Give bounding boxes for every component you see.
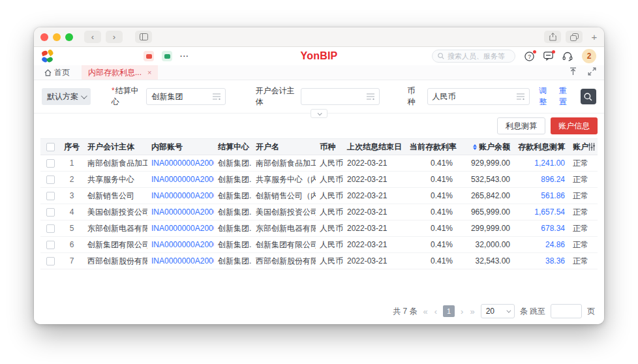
- col-last-date: 上次结息结束日: [343, 139, 406, 155]
- cell-balance: 32,000.00: [457, 237, 514, 253]
- page-size-select[interactable]: 20: [481, 304, 515, 318]
- cell-center: 创新集团...: [214, 172, 252, 188]
- cell-account-link[interactable]: INA0000000A20000...: [147, 253, 214, 269]
- global-search[interactable]: [432, 50, 515, 63]
- tab-internal-deposit-interest[interactable]: 内部存款利息... ×: [82, 65, 158, 80]
- tab-overview-button[interactable]: [566, 31, 583, 43]
- cell-account-link[interactable]: INA0000000A20000...: [147, 188, 214, 204]
- support-button[interactable]: [562, 52, 573, 61]
- reference-picker-icon[interactable]: [517, 93, 524, 100]
- messages-button[interactable]: [543, 52, 553, 61]
- row-checkbox[interactable]: [46, 192, 55, 200]
- row-checkbox[interactable]: [46, 241, 55, 249]
- account-info-button[interactable]: 账户信息: [551, 117, 598, 134]
- user-avatar[interactable]: 2: [582, 49, 596, 63]
- cell-account-link[interactable]: INA0000000A20000...: [147, 204, 214, 220]
- jump-page-input[interactable]: [551, 304, 582, 318]
- currency-label: 币种: [407, 85, 421, 108]
- cell-currency: 人民币: [316, 220, 343, 237]
- scheme-select[interactable]: 默认方案: [42, 88, 91, 105]
- deposit-interest-table: 序号 开户会计主体 内部账号 结算中心 开户名 币种 上次结息结束日 当前存款利…: [40, 138, 598, 269]
- cell-interest-link[interactable]: 561.86: [514, 188, 569, 204]
- fullscreen-button[interactable]: [588, 67, 596, 78]
- search-icon: [438, 53, 444, 59]
- row-checkbox[interactable]: [46, 208, 55, 217]
- table-body: 1 南部创新食品加工有... INA0000000A20000... 创新集团.…: [40, 155, 598, 269]
- last-page-button[interactable]: »: [469, 307, 475, 316]
- col-balance-sort[interactable]: 账户余额: [457, 139, 514, 155]
- reference-picker-icon[interactable]: [367, 93, 374, 100]
- collapse-filters-button[interactable]: [311, 109, 327, 118]
- cell-interest-link[interactable]: 1,241.00: [514, 155, 569, 172]
- share-button[interactable]: [544, 31, 561, 43]
- row-checkbox[interactable]: [46, 224, 55, 233]
- cell-entity: 创新集团有限公司: [84, 237, 147, 253]
- accounting-entity-input[interactable]: [301, 88, 380, 105]
- pinned-app-red-icon[interactable]: [144, 51, 154, 61]
- currency-input[interactable]: 人民币: [427, 88, 530, 105]
- help-button[interactable]: ?: [524, 52, 534, 61]
- table-row: 1 南部创新食品加工有... INA0000000A20000... 创新集团.…: [40, 155, 598, 172]
- cell-interest-link[interactable]: 24.86: [514, 237, 569, 253]
- pinned-app-green-icon[interactable]: [162, 51, 172, 61]
- cell-name: 共享服务中心（内部...: [252, 172, 316, 188]
- row-checkbox[interactable]: [46, 175, 55, 184]
- share-icon: [549, 33, 556, 41]
- cell-account-link[interactable]: INA0000000A20000...: [147, 155, 214, 172]
- current-page[interactable]: 1: [443, 305, 455, 317]
- adjust-link[interactable]: 调整: [539, 85, 553, 108]
- chevron-down-icon: [317, 111, 322, 115]
- cell-interest-link[interactable]: 38.36: [514, 253, 569, 269]
- cell-status: 正常: [569, 237, 598, 253]
- cell-account-link[interactable]: INA0000000A20000...: [147, 237, 214, 253]
- reference-picker-icon[interactable]: [213, 93, 220, 100]
- close-window-button[interactable]: [40, 33, 48, 41]
- cell-rate: 0.41%: [406, 220, 457, 237]
- col-seq: 序号: [60, 139, 84, 155]
- next-page-button[interactable]: ›: [460, 307, 464, 316]
- cell-account-link[interactable]: INA0000000A20000...: [147, 172, 214, 188]
- new-tab-button[interactable]: +: [587, 31, 601, 43]
- first-page-button[interactable]: «: [423, 307, 429, 316]
- cell-entity: 东部创新电器有限公...: [84, 220, 147, 237]
- cell-interest-link[interactable]: 896.24: [514, 172, 569, 188]
- col-center: 结算中心: [214, 139, 252, 155]
- column-settings-icon[interactable]: [588, 143, 595, 151]
- interest-calc-button[interactable]: 利息测算: [497, 117, 545, 134]
- row-checkbox[interactable]: [46, 257, 55, 265]
- minimize-window-button[interactable]: [53, 33, 61, 41]
- zoom-window-button[interactable]: [65, 33, 73, 41]
- col-status: 账户: [569, 139, 598, 155]
- prev-page-button[interactable]: ‹: [434, 307, 438, 316]
- cell-center: 创新集团...: [214, 155, 252, 172]
- search-button[interactable]: [581, 89, 596, 104]
- tab-home[interactable]: 首页: [42, 65, 72, 80]
- main-content: 利息测算 账户信息 序号 开户会计主体 内部账号 结算中心 开户名 币种 上次结…: [34, 114, 604, 324]
- global-search-input[interactable]: [448, 52, 506, 60]
- yonyou-logo-icon[interactable]: [42, 50, 53, 62]
- sort-icon: [473, 144, 477, 150]
- back-button[interactable]: ‹: [84, 31, 101, 43]
- upload-button[interactable]: [569, 67, 577, 78]
- cell-account-link[interactable]: INA0000000A20000...: [147, 220, 214, 237]
- reset-link[interactable]: 重置: [559, 85, 573, 108]
- cell-center: 创新集团...: [214, 253, 252, 269]
- sidebar-toggle-button[interactable]: [135, 31, 152, 43]
- cell-status: 正常: [569, 220, 598, 237]
- settlement-center-input[interactable]: 创新集团: [146, 88, 225, 105]
- col-account: 内部账号: [147, 139, 214, 155]
- select-all-checkbox[interactable]: [46, 143, 55, 151]
- row-checkbox[interactable]: [46, 159, 55, 168]
- cell-balance: 32,543.00: [457, 253, 514, 269]
- cell-last-date: 2022-03-21: [343, 155, 406, 172]
- more-apps-button[interactable]: ···: [180, 52, 189, 60]
- cell-entity: 共享服务中心: [84, 172, 147, 188]
- help-badge: [533, 50, 536, 53]
- tab-close-icon[interactable]: ×: [147, 68, 151, 76]
- total-count: 共 7 条: [393, 306, 417, 317]
- cell-interest-link[interactable]: 678.34: [514, 220, 569, 237]
- cell-status: 正常: [569, 155, 598, 172]
- forward-button[interactable]: ›: [106, 31, 123, 43]
- col-interest: 存款利息测算: [514, 139, 569, 155]
- cell-interest-link[interactable]: 1,657.54: [514, 204, 569, 220]
